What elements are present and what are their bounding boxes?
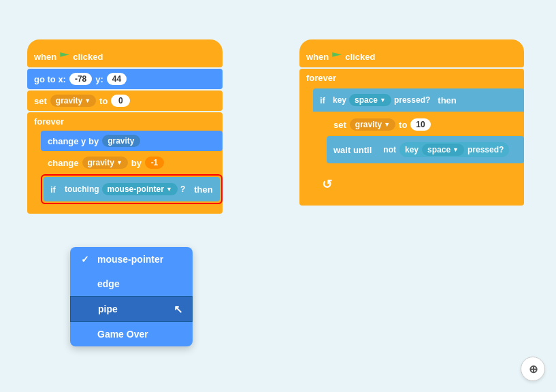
goto-label: go to x: <box>34 74 66 84</box>
q-mark: ? <box>180 184 185 194</box>
right-forever-container: forever if key space ▼ pressed? then <box>299 69 524 206</box>
flag-icon <box>60 52 69 61</box>
wait-label: wait until <box>333 145 372 155</box>
right-when-label: when <box>306 52 329 62</box>
right-forever-text: forever <box>306 73 336 83</box>
dropdown-arrow2-icon: ▼ <box>116 159 122 166</box>
right-gravity-dropdown[interactable]: gravity ▼ <box>350 118 395 131</box>
dropdown-arrow3-icon: ▼ <box>166 186 172 193</box>
set-label: set <box>34 96 47 106</box>
right-set-label: set <box>333 120 346 130</box>
forever-label: forever <box>34 116 64 127</box>
gravity-dropdown2[interactable]: gravity ▼ <box>82 157 128 169</box>
right-val-input[interactable]: 10 <box>410 118 430 131</box>
dropdown-item-pipe[interactable]: pipe ↖ <box>70 296 193 322</box>
change-y-label: change y by <box>48 136 99 146</box>
rotate-block: ↺ <box>313 173 340 196</box>
touching-dropdown-menu[interactable]: ✓ mouse-pointer edge pipe ↖ Game Over <box>70 247 193 346</box>
mouse-pointer-option: mouse-pointer <box>97 254 163 265</box>
to-label: to <box>99 96 108 106</box>
not-key-space-condition: not key space ▼ pressed? <box>375 140 517 159</box>
right-gravity-arrow-icon: ▼ <box>384 121 390 128</box>
checkmark-icon: ✓ <box>81 254 92 265</box>
gravity-dropdown[interactable]: gravity ▼ <box>50 95 96 107</box>
wait-space-arrow-icon: ▼ <box>453 146 459 153</box>
dropdown-arrow-icon: ▼ <box>84 97 91 104</box>
right-if-block: if key space ▼ pressed? then <box>313 88 524 112</box>
right-if-label: if <box>320 95 325 105</box>
right-then-label: then <box>438 95 456 105</box>
forever-body: change y by gravity change gravity ▼ by … <box>27 129 223 206</box>
right-script: when clicked forever if key space ▼ <box>299 39 524 206</box>
if-label: if <box>50 184 56 195</box>
zoom-in-button[interactable]: ⊕ <box>521 357 545 381</box>
game-over-option: Game Over <box>97 329 148 340</box>
right-to-label: to <box>399 120 407 130</box>
dropdown-item-mouse-pointer[interactable]: ✓ mouse-pointer <box>70 247 193 272</box>
if-block-container: if touching mouse-pointer ▼ ? then <box>41 174 223 204</box>
then-label: then <box>194 184 212 195</box>
right-forever-cap <box>299 197 524 206</box>
left-script: when clicked go to x: -78 y: 44 set grav… <box>27 39 223 214</box>
wait-key-label: key <box>405 145 419 154</box>
wait-pressed-label: pressed? <box>468 145 504 154</box>
right-forever-label: forever <box>299 69 524 87</box>
key-label: key <box>333 95 346 105</box>
change-val-input[interactable]: -1 <box>145 157 164 169</box>
cursor-icon: ↖ <box>174 303 182 316</box>
forever-container: forever change y by gravity change gravi… <box>27 112 223 214</box>
when-clicked-block: when clicked <box>27 39 223 67</box>
space-dropdown[interactable]: space ▼ <box>349 94 391 106</box>
zoom-icon: ⊕ <box>529 363 538 376</box>
wait-space-dropdown[interactable]: space ▼ <box>422 144 464 156</box>
goto-block: go to x: -78 y: 44 <box>27 69 223 89</box>
right-flag-icon <box>332 52 342 61</box>
if-cap <box>313 166 524 172</box>
space-arrow-icon: ▼ <box>380 97 386 103</box>
right-forever-body: if key space ▼ pressed? then <box>299 87 524 197</box>
dropdown-item-edge[interactable]: edge <box>70 272 193 296</box>
key-space-pressed-condition: key space ▼ pressed? <box>329 93 434 108</box>
right-clicked-label: clicked <box>345 52 375 62</box>
pressed-label: pressed? <box>394 95 430 105</box>
dropdown-item-game-over[interactable]: Game Over <box>70 322 193 346</box>
clicked-label: clicked <box>73 52 103 62</box>
change-y-block: change y by gravity <box>41 131 223 151</box>
if-block: if touching mouse-pointer ▼ ? then <box>44 177 220 201</box>
pipe-option: pipe <box>98 304 118 314</box>
right-when-clicked-block: when clicked <box>299 39 524 67</box>
right-set-block: set gravity ▼ to 10 <box>327 114 524 135</box>
forever-cap <box>27 206 223 214</box>
when-label: when <box>34 52 56 62</box>
y-label: y: <box>95 74 103 84</box>
if-outer-container: if key space ▼ pressed? then <box>313 88 524 196</box>
touching-dropdown[interactable]: touching mouse-pointer ▼ ? <box>59 181 191 197</box>
gravity-var-badge: gravity <box>102 135 140 147</box>
change-gravity-block: change gravity ▼ by -1 <box>41 152 223 173</box>
by-label: by <box>131 158 142 168</box>
not-label: not <box>383 145 396 154</box>
mouse-pointer-dropdown[interactable]: mouse-pointer ▼ <box>102 183 178 195</box>
change-label: change <box>48 158 79 168</box>
set-val-input[interactable]: 0 <box>111 95 130 107</box>
set-gravity-block: set gravity ▼ to 0 <box>27 91 223 111</box>
rotate-icon: ↺ <box>322 177 332 192</box>
x-input[interactable]: -78 <box>69 73 92 85</box>
edge-option: edge <box>97 278 120 289</box>
wait-block: wait until not key space ▼ pressed? <box>327 136 524 163</box>
y-input[interactable]: 44 <box>107 73 127 85</box>
forever-label-block: forever <box>27 112 223 129</box>
if-body: set gravity ▼ to 10 wait until not <box>313 113 524 165</box>
key-space-inner: key space ▼ pressed? <box>399 142 509 157</box>
